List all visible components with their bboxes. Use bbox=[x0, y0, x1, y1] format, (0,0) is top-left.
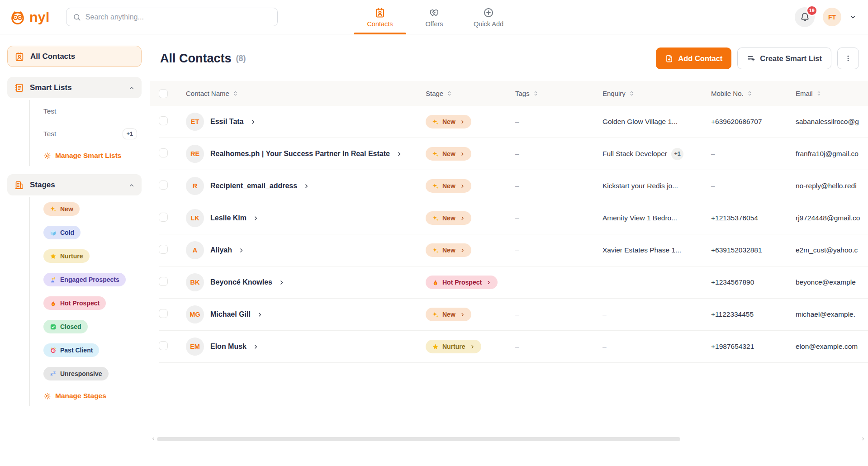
user-avatar[interactable]: FT bbox=[823, 8, 841, 26]
stages-title: Stages bbox=[30, 181, 55, 190]
tab-quick-add[interactable]: Quick Add bbox=[461, 0, 516, 34]
table-row[interactable]: BK Beyoncé Knowles Hot Prospect – – +123… bbox=[159, 266, 868, 299]
table-row[interactable]: EM Elon Musk Nurture – – +1987654321 elo… bbox=[159, 331, 868, 363]
row-checkbox[interactable] bbox=[159, 341, 168, 350]
enquiry-value: Golden Glow Village 1... bbox=[602, 118, 678, 126]
stage-badge[interactable]: Hot Prospect bbox=[426, 276, 498, 289]
table-row[interactable]: R Recipient_email_address New – Kickstar… bbox=[159, 170, 868, 202]
row-checkbox[interactable] bbox=[159, 148, 168, 157]
chevron-right-icon[interactable] bbox=[257, 312, 263, 318]
contact-name[interactable]: Realhomes.ph | Your Success Partner In R… bbox=[210, 150, 390, 158]
chevron-right-icon[interactable] bbox=[279, 280, 285, 285]
all-contacts-label: All Contacts bbox=[30, 52, 75, 61]
chevron-right-icon[interactable] bbox=[304, 183, 309, 189]
smart-list-item[interactable]: Test bbox=[30, 100, 149, 123]
stage-filter-pill[interactable]: Closed bbox=[43, 320, 88, 333]
table-row[interactable]: MG Michael Gill New – – +1122334455 mich… bbox=[159, 299, 868, 331]
stage-filter-pill[interactable]: Cold bbox=[43, 226, 81, 239]
sort-icon[interactable] bbox=[629, 90, 635, 97]
chevron-right-icon[interactable] bbox=[253, 344, 259, 350]
table-row[interactable]: A Aliyah New – Xavier Estates Phase 1...… bbox=[159, 234, 868, 266]
contact-card-icon bbox=[375, 7, 385, 18]
contacts-count: (8) bbox=[236, 54, 246, 63]
stage-badge[interactable]: New bbox=[426, 308, 471, 321]
tab-contacts[interactable]: Contacts bbox=[353, 0, 407, 34]
chevron-right-icon[interactable] bbox=[460, 119, 465, 124]
sort-icon[interactable] bbox=[747, 90, 753, 97]
chevron-right-icon[interactable] bbox=[486, 280, 491, 285]
sort-icon[interactable] bbox=[232, 90, 238, 97]
chevron-right-icon[interactable] bbox=[250, 119, 256, 125]
chevron-right-icon[interactable] bbox=[253, 215, 259, 221]
stages-section-header[interactable]: Stages bbox=[7, 174, 142, 195]
notifications-button[interactable]: 19 bbox=[795, 7, 815, 27]
row-checkbox[interactable] bbox=[159, 309, 168, 318]
table-row[interactable]: ET Essil Tata New – Golden Glow Village … bbox=[159, 106, 868, 138]
chevron-up-icon[interactable] bbox=[128, 182, 135, 188]
chevron-right-icon[interactable] bbox=[470, 344, 475, 349]
mobile-value: – bbox=[711, 150, 796, 158]
row-checkbox[interactable] bbox=[159, 213, 168, 222]
table-row[interactable]: LK Leslie Kim New – Amenity View 1 Bedro… bbox=[159, 202, 868, 234]
chevron-right-icon[interactable] bbox=[238, 247, 244, 253]
stage-filter-pill[interactable]: Hot Prospect bbox=[43, 296, 106, 310]
page-title: All Contacts bbox=[160, 52, 232, 66]
row-checkbox[interactable] bbox=[159, 181, 168, 190]
list-plus-icon bbox=[747, 54, 755, 63]
chevron-right-icon[interactable] bbox=[460, 248, 465, 253]
contact-name[interactable]: Aliyah bbox=[210, 246, 232, 254]
select-all-checkbox[interactable] bbox=[159, 89, 168, 98]
contact-name[interactable]: Michael Gill bbox=[210, 310, 251, 319]
sort-icon[interactable] bbox=[446, 90, 452, 97]
smart-list-item[interactable]: Test +1 bbox=[30, 123, 149, 145]
add-contact-button[interactable]: Add Contact bbox=[656, 48, 731, 69]
contact-name[interactable]: Beyoncé Knowles bbox=[210, 278, 272, 286]
sort-icon[interactable] bbox=[533, 90, 539, 97]
stage-badge[interactable]: New bbox=[426, 147, 471, 161]
tab-offers[interactable]: Offers bbox=[407, 0, 461, 34]
sidebar-item-all-contacts[interactable]: All Contacts bbox=[7, 46, 142, 67]
chevron-right-icon[interactable] bbox=[460, 216, 465, 221]
stage-filter-pill[interactable]: New bbox=[43, 202, 80, 216]
star-icon bbox=[50, 253, 57, 260]
chevron-right-icon[interactable] bbox=[396, 151, 402, 157]
scroll-left-arrow[interactable] bbox=[151, 436, 156, 442]
contact-name[interactable]: Leslie Kim bbox=[210, 214, 247, 222]
stage-filter-pill[interactable]: Past Client bbox=[43, 343, 99, 357]
stage-filter-pill[interactable]: Nurture bbox=[43, 249, 90, 263]
search-input[interactable] bbox=[85, 13, 271, 21]
stage-badge[interactable]: New bbox=[426, 243, 471, 257]
chevron-up-icon[interactable] bbox=[128, 85, 135, 91]
email-value: no-reply@hello.redi bbox=[796, 182, 868, 190]
manage-smart-lists-link[interactable]: Manage Smart Lists bbox=[30, 145, 149, 166]
raising-hand-icon bbox=[50, 276, 57, 283]
row-checkbox[interactable] bbox=[159, 116, 168, 125]
stage-badge[interactable]: Nurture bbox=[426, 340, 481, 353]
sort-icon[interactable] bbox=[816, 90, 822, 97]
contact-name[interactable]: Elon Musk bbox=[210, 342, 247, 351]
stage-badge[interactable]: New bbox=[426, 211, 471, 225]
global-search[interactable] bbox=[66, 8, 278, 26]
stage-badge[interactable]: New bbox=[426, 115, 471, 128]
more-options-button[interactable] bbox=[837, 48, 859, 69]
chevron-down-icon[interactable] bbox=[849, 14, 856, 20]
stage-badge[interactable]: New bbox=[426, 179, 471, 193]
manage-stages-link[interactable]: Manage Stages bbox=[30, 385, 149, 406]
row-checkbox[interactable] bbox=[159, 245, 168, 254]
contact-name[interactable]: Recipient_email_address bbox=[210, 182, 297, 190]
email-value: elon@example.com bbox=[796, 342, 868, 351]
chevron-right-icon[interactable] bbox=[460, 184, 465, 189]
row-checkbox[interactable] bbox=[159, 277, 168, 286]
create-smart-list-button[interactable]: Create Smart List bbox=[737, 48, 831, 69]
chevron-right-icon[interactable] bbox=[460, 152, 465, 157]
table-row[interactable]: RE Realhomes.ph | Your Success Partner I… bbox=[159, 138, 868, 170]
contact-name[interactable]: Essil Tata bbox=[210, 118, 244, 126]
tab-label: Offers bbox=[425, 20, 443, 28]
chevron-right-icon[interactable] bbox=[460, 312, 465, 317]
smart-lists-section-header[interactable]: Smart Lists bbox=[7, 77, 142, 98]
stage-filter-pill[interactable]: Engaged Prospects bbox=[43, 273, 126, 286]
scroll-right-arrow[interactable] bbox=[861, 436, 865, 442]
brand-logo[interactable]: nyl bbox=[10, 10, 50, 25]
stage-filter-pill[interactable]: Unresponsive bbox=[43, 367, 109, 380]
horizontal-scrollbar[interactable] bbox=[157, 437, 680, 441]
